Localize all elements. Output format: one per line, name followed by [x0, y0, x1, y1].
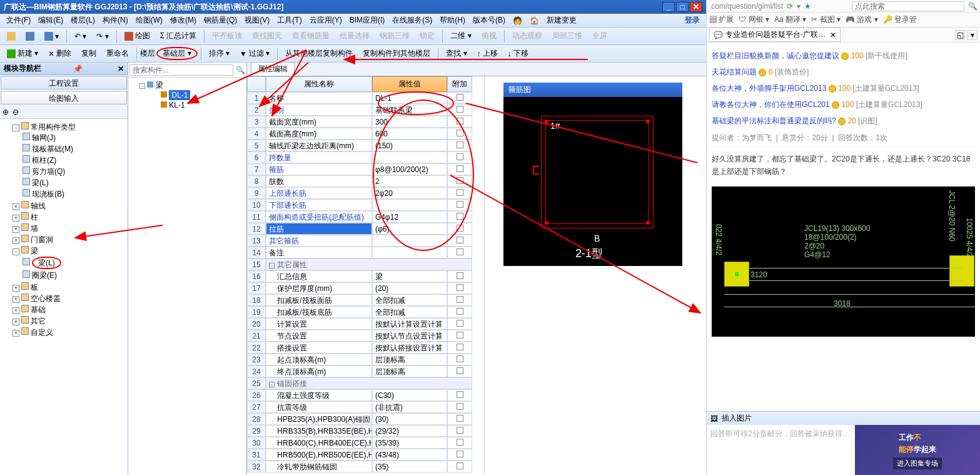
- browser-search-input[interactable]: [852, 1, 964, 11]
- undo-button[interactable]: ↶ ▾: [70, 29, 91, 43]
- qa-item[interactable]: 各位大神，外墙脚手架用GCL2013 100 [土建算量GCL2013]: [712, 80, 975, 96]
- find-button[interactable]: 查找 ▾: [442, 47, 471, 61]
- prop-row[interactable]: 1名称DL-1: [247, 92, 484, 104]
- rebar-3d-button[interactable]: 钢筋三维: [375, 29, 414, 43]
- prop-row[interactable]: 27 抗震等级(非抗震): [247, 401, 484, 413]
- tree-raft[interactable]: 筏板基础(M): [23, 143, 125, 155]
- login-mgr-button[interactable]: 🔑 登录管: [883, 14, 917, 25]
- tree-custom[interactable]: +自定义: [13, 327, 125, 338]
- find-element-button[interactable]: 查找图元: [248, 29, 286, 43]
- menu-edit[interactable]: 编辑(E): [34, 14, 67, 27]
- copy-button[interactable]: 复制: [77, 47, 101, 61]
- close-button[interactable]: ✕: [690, 2, 702, 12]
- prop-row[interactable]: 17 保护层厚度(mm)(20): [247, 282, 484, 294]
- tree-shearwall[interactable]: 剪力墙(Q): [23, 166, 125, 177]
- tree-beam-l[interactable]: 梁(L): [23, 256, 125, 270]
- prop-row[interactable]: 25-锚固搭接: [247, 377, 484, 389]
- qa-item[interactable]: 天花结算问题 0 [装饰造价]: [712, 64, 975, 80]
- prop-row[interactable]: 7箍筋φ8@100/200(2): [247, 163, 484, 175]
- qa-item[interactable]: 答疑栏目旧貌换新颜，诚心邀您提建议 100 [新干线使用]: [712, 48, 975, 64]
- tab-property-edit[interactable]: 属性编辑: [251, 62, 295, 76]
- prop-row[interactable]: 22 搭接设置按默认搭接设置计算: [247, 342, 484, 354]
- menu-new-change[interactable]: 新建变更: [543, 14, 580, 27]
- collapse-icon[interactable]: ⊖: [13, 108, 19, 116]
- menu-draw[interactable]: 绘图(W): [132, 14, 166, 27]
- search-input[interactable]: [129, 64, 233, 76]
- bank-button[interactable]: 🛡 网银 ▾: [739, 14, 769, 25]
- tree-beam[interactable]: 梁(L): [23, 177, 125, 188]
- lock-button[interactable]: 锁定: [415, 29, 439, 43]
- prop-row[interactable]: 28 HPB235(A),HPB300(A)锚固(30): [247, 413, 484, 425]
- mid-item-dl1[interactable]: DL-1: [152, 90, 244, 100]
- tree-opening[interactable]: +门窗洞: [13, 234, 125, 245]
- tab-restore-button[interactable]: ◱: [955, 30, 965, 40]
- move-down-button[interactable]: ↓ 下移: [503, 47, 533, 61]
- tab-menu-button[interactable]: ▾: [967, 30, 977, 40]
- prop-row[interactable]: 2类别基础联系梁: [247, 104, 484, 116]
- insert-image-label[interactable]: 插入图片: [722, 413, 752, 424]
- user-icon[interactable]: 🧑: [509, 15, 526, 26]
- prop-row[interactable]: 9上部通长筋2φ20: [247, 187, 484, 199]
- tree-column[interactable]: 框柱(Z): [23, 155, 125, 166]
- prop-row[interactable]: 6跨数量: [247, 151, 484, 163]
- open-button[interactable]: [3, 29, 20, 43]
- search-icon[interactable]: 🔍: [236, 66, 245, 74]
- tab-project-settings[interactable]: 工程设置: [1, 76, 127, 89]
- menu-tools[interactable]: 工具(T): [273, 14, 305, 27]
- nav-close-button[interactable]: ✕: [118, 64, 124, 73]
- prop-row[interactable]: 19 扣减板/筏板底筋全部扣减: [247, 306, 484, 318]
- menu-floor[interactable]: 楼层(L): [67, 14, 99, 27]
- tab-draw-input[interactable]: 绘图输入: [1, 91, 127, 105]
- menu-modify[interactable]: 修改(M): [166, 14, 200, 27]
- pin-icon[interactable]: 📌: [73, 64, 83, 73]
- translate-button[interactable]: Aа 翻译 ▾: [774, 14, 806, 25]
- prop-row[interactable]: 12拉筋(φ6): [247, 223, 484, 235]
- prop-row[interactable]: 16 汇总信息梁: [247, 270, 484, 282]
- floor-select[interactable]: 基础层 ▾: [156, 47, 197, 60]
- url-text[interactable]: .com/question/giml/list: [709, 2, 783, 11]
- prop-row[interactable]: 4截面高度(mm)600: [247, 128, 484, 140]
- prop-row[interactable]: 5轴线距梁左边线距离(mm)(150): [247, 140, 484, 151]
- home-icon[interactable]: 🏠: [526, 15, 543, 26]
- tree-foundation[interactable]: +基础: [13, 304, 125, 315]
- maximize-button[interactable]: □: [676, 2, 689, 12]
- menu-bim[interactable]: BIM应用(I): [346, 14, 389, 27]
- menu-help[interactable]: 帮助(H): [436, 14, 469, 27]
- view-rebar-button[interactable]: 查看钢筋量: [288, 29, 334, 43]
- fullscreen-button[interactable]: 全屏: [588, 29, 612, 43]
- move-up-button[interactable]: ↑ 上移: [473, 47, 502, 61]
- align-top-button[interactable]: 平齐板顶: [208, 29, 246, 43]
- dim-select[interactable]: 二维 ▾: [446, 29, 475, 43]
- expand-icon[interactable]: ⊕: [3, 108, 9, 116]
- favorite-icon[interactable]: ★: [804, 2, 811, 11]
- new-button[interactable]: 新建 ▾: [3, 47, 43, 61]
- tree-other[interactable]: +其它: [13, 315, 125, 327]
- menu-rebar[interactable]: 钢筋量(Q): [200, 14, 241, 27]
- prop-row[interactable]: 21 节点设置按默认节点设置计算: [247, 330, 484, 342]
- prop-row[interactable]: 30 HRB400(C),HRB400E(CE),HRBF(35/39): [247, 437, 484, 449]
- prop-row[interactable]: 24 终点顶标高(m)层顶标高: [247, 365, 484, 377]
- screenshot-button[interactable]: ✂ 截图 ▾: [811, 14, 841, 25]
- menu-component[interactable]: 构件(N): [99, 14, 132, 27]
- topview-button[interactable]: 俯视: [477, 29, 501, 43]
- mid-item-kl1[interactable]: KL-1: [152, 100, 244, 110]
- tree-common-types[interactable]: -常用构件类型 轴网(J) 筏板基础(M) 框柱(Z) 剪力墙(Q) 梁(L) …: [13, 121, 125, 200]
- login-link[interactable]: 登录: [681, 14, 704, 27]
- prop-row[interactable]: 14备注: [247, 247, 484, 258]
- redo-button[interactable]: ↷ ▾: [92, 29, 113, 43]
- prop-row[interactable]: 3截面宽度(mm)300: [247, 116, 484, 128]
- menu-version[interactable]: 版本号(B): [469, 14, 509, 27]
- tree-beam-cat[interactable]: -梁 梁(L) 圈梁(E): [13, 245, 125, 282]
- save-button[interactable]: [21, 29, 39, 43]
- tree-slab[interactable]: 现浇板(B): [23, 188, 125, 200]
- menu-file[interactable]: 文件(F): [3, 14, 34, 27]
- prop-row[interactable]: 15-其它属性: [247, 258, 484, 270]
- mid-beam-root[interactable]: - 梁 DL-1 KL-1: [131, 80, 244, 110]
- prop-row[interactable]: 23 起点顶标高(m)层顶标高: [247, 354, 484, 365]
- tree-col[interactable]: +柱: [13, 212, 125, 223]
- prop-row[interactable]: 18 扣减板/筏板面筋全部扣减: [247, 294, 484, 306]
- qa-item[interactable]: 基础梁的平法标注和普通梁是反的吗? 20 [识图]: [712, 113, 975, 129]
- delete-button[interactable]: ✕ 删除: [44, 47, 76, 61]
- search-go-icon[interactable]: 🔍: [968, 2, 977, 11]
- prop-row[interactable]: 13其它箍筋: [247, 235, 484, 247]
